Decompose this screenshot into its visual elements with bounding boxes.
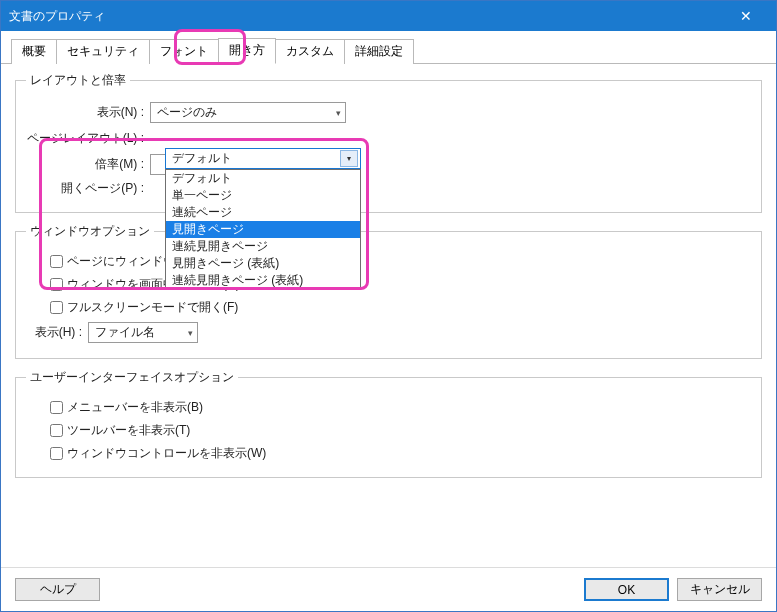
tab-content: レイアウトと倍率 表示(N) : ページのみ ▾ ページレイアウト(L) : 倍… (1, 64, 776, 567)
page-layout-option[interactable]: デフォルト (166, 170, 360, 187)
show-select[interactable]: ファイル名 ▾ (88, 322, 198, 343)
chevron-down-icon[interactable]: ▾ (340, 150, 358, 167)
tab-fonts[interactable]: フォント (149, 39, 219, 64)
help-button[interactable]: ヘルプ (15, 578, 100, 601)
page-layout-select[interactable]: デフォルト ▾ (165, 148, 361, 169)
group-layout: レイアウトと倍率 表示(N) : ページのみ ▾ ページレイアウト(L) : 倍… (15, 72, 762, 213)
page-layout-option[interactable]: 見開きページ (表紙) (166, 255, 360, 272)
page-layout-dropdown: デフォルト ▾ デフォルト 単一ページ 連続ページ 見開きページ 連続見開きペー… (165, 148, 361, 290)
page-layout-option[interactable]: 連続見開きページ (表紙) (166, 272, 360, 289)
group-layout-legend: レイアウトと倍率 (26, 72, 130, 89)
display-select[interactable]: ページのみ ▾ (150, 102, 346, 123)
tab-strip: 概要 セキュリティ フォント 開き方 カスタム 詳細設定 (1, 31, 776, 64)
open-page-label: 開くページ(P) : (26, 180, 144, 197)
chk-fullscreen[interactable] (50, 301, 63, 314)
chk-fit-window[interactable] (50, 255, 63, 268)
tab-overview[interactable]: 概要 (11, 39, 57, 64)
zoom-label: 倍率(M) : (26, 156, 144, 173)
chk-fullscreen-label: フルスクリーンモードで開く(F) (67, 299, 238, 316)
show-select-value: ファイル名 (95, 324, 155, 341)
tab-custom[interactable]: カスタム (275, 39, 345, 64)
dialog-window: 文書のプロパティ ✕ 概要 セキュリティ フォント 開き方 カスタム 詳細設定 … (0, 0, 777, 612)
page-layout-select-value: デフォルト (172, 150, 232, 167)
window-title: 文書のプロパティ (9, 8, 105, 25)
page-layout-option[interactable]: 連続ページ (166, 204, 360, 221)
page-layout-option[interactable]: 見開きページ (166, 221, 360, 238)
group-ui-legend: ユーザーインターフェイスオプション (26, 369, 238, 386)
ok-button[interactable]: OK (584, 578, 669, 601)
show-label: 表示(H) : (30, 324, 82, 341)
page-layout-option-list: デフォルト 単一ページ 連続ページ 見開きページ 連続見開きページ 見開きページ… (165, 169, 361, 290)
page-layout-option[interactable]: 単一ページ (166, 187, 360, 204)
close-icon[interactable]: ✕ (723, 1, 768, 31)
cancel-button[interactable]: キャンセル (677, 578, 762, 601)
tab-security[interactable]: セキュリティ (56, 39, 150, 64)
chevron-down-icon: ▾ (182, 328, 193, 338)
display-select-value: ページのみ (157, 104, 217, 121)
chk-hide-menubar-label: メニューバーを非表示(B) (67, 399, 203, 416)
chk-hide-winctrl-label: ウィンドウコントロールを非表示(W) (67, 445, 266, 462)
group-ui: ユーザーインターフェイスオプション メニューバーを非表示(B) ツールバーを非表… (15, 369, 762, 478)
group-window-legend: ウィンドウオプション (26, 223, 154, 240)
dialog-footer: ヘルプ OK キャンセル (1, 567, 776, 611)
display-label: 表示(N) : (26, 104, 144, 121)
page-layout-label: ページレイアウト(L) : (26, 130, 144, 147)
chevron-down-icon: ▾ (330, 108, 341, 118)
chk-hide-menubar[interactable] (50, 401, 63, 414)
tab-initial-view[interactable]: 開き方 (218, 38, 276, 64)
chk-hide-winctrl[interactable] (50, 447, 63, 460)
chk-hide-toolbar[interactable] (50, 424, 63, 437)
chk-hide-toolbar-label: ツールバーを非表示(T) (67, 422, 190, 439)
titlebar: 文書のプロパティ ✕ (1, 1, 776, 31)
chk-center-window[interactable] (50, 278, 63, 291)
tab-advanced[interactable]: 詳細設定 (344, 39, 414, 64)
page-layout-option[interactable]: 連続見開きページ (166, 238, 360, 255)
group-window: ウィンドウオプション ページにウィンドウサイズを合わせる(R) ウィンドウを画面… (15, 223, 762, 359)
